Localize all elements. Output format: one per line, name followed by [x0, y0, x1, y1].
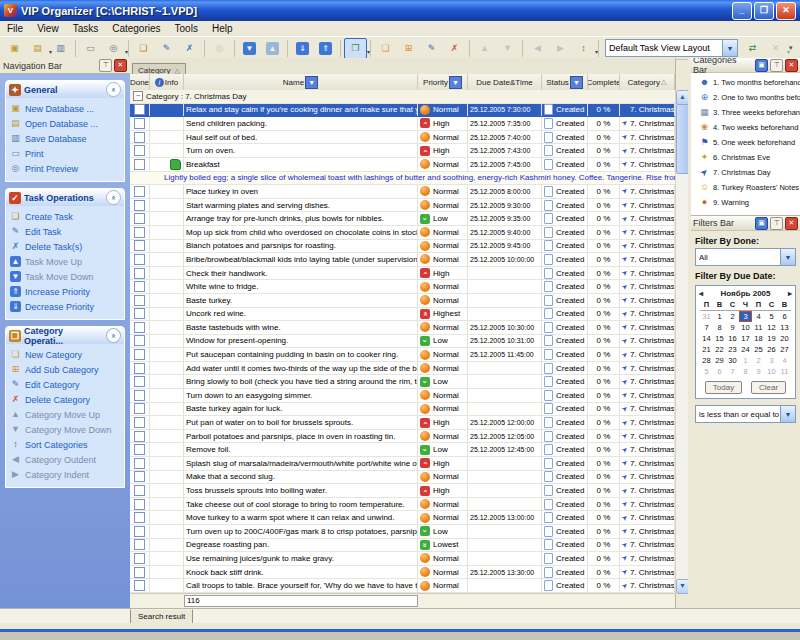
task-row[interactable]: Splash slug of marsala/madeira/vermouth/…	[130, 457, 675, 471]
done-checkbox[interactable]	[134, 431, 145, 442]
task-row[interactable]: Start warming plates and serving dishes.…	[130, 199, 675, 213]
done-checkbox[interactable]	[134, 471, 145, 482]
calendar-day[interactable]: 4	[778, 355, 791, 366]
calendar-day[interactable]: 5	[765, 311, 778, 322]
calendar-day[interactable]: 5	[700, 366, 713, 377]
close-icon[interactable]: ✕	[114, 59, 127, 72]
task-row[interactable]: Turn on oven.‹High25.12.2005 7:43:00Crea…	[130, 144, 675, 158]
vertical-scrollbar[interactable]: ▲ ▼	[675, 90, 689, 594]
calendar-day[interactable]: 14	[700, 333, 713, 344]
due-date-condition-select[interactable]: is less than or equal to ▼	[695, 405, 796, 423]
nav-item-new-category[interactable]: ❏New Category	[10, 347, 122, 362]
calendar-day[interactable]: 7	[726, 366, 739, 377]
increase-priority-button[interactable]: ⇑	[314, 38, 337, 59]
done-checkbox[interactable]	[134, 322, 145, 333]
nav-item-new-database-[interactable]: ▣New Database ...	[10, 101, 122, 116]
calendar-day[interactable]: 2	[752, 355, 765, 366]
done-checkbox[interactable]	[134, 227, 145, 238]
nav-item-increase-priority[interactable]: ⇑Increase Priority	[10, 284, 122, 299]
done-checkbox[interactable]	[134, 417, 145, 428]
task-row[interactable]: Degrease roasting pan.«LowestCreated0 %➤…	[130, 539, 675, 553]
menu-tasks[interactable]: Tasks	[66, 21, 106, 36]
calendar-day[interactable]: 10	[739, 322, 752, 333]
task-row[interactable]: Take cheese out of cool storage to bring…	[130, 498, 675, 512]
pin-icon[interactable]: ⊤	[770, 59, 783, 72]
calendar-day[interactable]: 29	[713, 355, 726, 366]
calendar-day[interactable]: 27	[778, 344, 791, 355]
add-sub-category-button[interactable]: ⊞	[397, 38, 420, 59]
done-checkbox[interactable]	[134, 186, 145, 197]
category-item-3-three-weeks-beforehand[interactable]: ▦3. Three weeks beforehand	[691, 105, 800, 120]
calendar-day[interactable]: 11	[778, 366, 791, 377]
task-row[interactable]: Baste turkey.NormalCreated0 %➤7. Christm…	[130, 294, 675, 308]
done-checkbox[interactable]	[134, 580, 145, 591]
task-row[interactable]: Place turkey in ovenNormal25.12.2005 8:0…	[130, 185, 675, 199]
pin-icon[interactable]: ⊤	[99, 59, 112, 72]
task-row[interactable]: Haul self out of bed.Normal25.12.2005 7:…	[130, 131, 675, 145]
task-row[interactable]: Bring slowly to boil (check you have tie…	[130, 375, 675, 389]
task-row[interactable]: Make that a second slug.NormalCreated0 %…	[130, 471, 675, 485]
task-row[interactable]: Blanch potatoes and parsnips for roastin…	[130, 240, 675, 254]
calendar-day[interactable]: 7	[700, 322, 713, 333]
done-checkbox[interactable]	[134, 295, 145, 306]
calendar-day[interactable]: 19	[765, 333, 778, 344]
menu-view[interactable]: View	[30, 21, 66, 36]
calendar-day[interactable]: 26	[765, 344, 778, 355]
nav-item-delete-category[interactable]: ✗Delete Category	[10, 392, 122, 407]
done-checkbox[interactable]	[134, 240, 145, 251]
done-checkbox[interactable]	[134, 145, 145, 156]
calendar-day[interactable]: 15	[713, 333, 726, 344]
calendar-day[interactable]: 31	[700, 311, 713, 322]
calendar-day-selected[interactable]: 3	[739, 311, 752, 322]
new-database-button[interactable]: ▣	[3, 38, 26, 59]
calendar-day[interactable]: 17	[739, 333, 752, 344]
category-view-button[interactable]: ❐▾	[344, 38, 367, 59]
today-button[interactable]: Today	[705, 381, 742, 394]
filter-dropdown-icon[interactable]: ▼	[449, 76, 462, 89]
edit-task-button[interactable]: ✎	[155, 38, 178, 59]
column-header-status[interactable]: Status▼	[542, 74, 588, 90]
collapse-group-icon[interactable]: −	[133, 91, 143, 101]
column-header-done[interactable]: Done	[130, 74, 150, 90]
task-row[interactable]: Move turkey to a warm spot where it can …	[130, 511, 675, 525]
done-checkbox[interactable]	[134, 349, 145, 360]
done-checkbox[interactable]	[134, 444, 145, 455]
category-item-4-two-weeks-beforehand[interactable]: ❀4. Two weeks beforehand	[691, 120, 800, 135]
edit-category-button[interactable]: ✎	[420, 38, 443, 59]
column-header-due-date-time[interactable]: Due Date&Time	[468, 74, 542, 90]
nav-item-print-preview[interactable]: ◎Print Preview	[10, 161, 122, 176]
done-checkbox[interactable]	[134, 553, 145, 564]
calendar-day[interactable]: 12	[765, 322, 778, 333]
filter-dropdown-icon[interactable]: ▼	[570, 76, 583, 89]
done-checkbox[interactable]	[134, 308, 145, 319]
column-header-category[interactable]: Category△	[620, 74, 675, 90]
category-item-1-two-months-beforehand[interactable]: ☻1. Two months beforehand	[691, 75, 800, 90]
menu-tools[interactable]: Tools	[168, 21, 205, 36]
calendar-day[interactable]: 2	[726, 311, 739, 322]
apply-view-layout-button[interactable]: ⇄	[741, 38, 764, 59]
calendar-day[interactable]: 22	[713, 344, 726, 355]
done-checkbox[interactable]	[134, 213, 145, 224]
task-row[interactable]: Baste tastebuds with wine.Normal25.12.20…	[130, 321, 675, 335]
calendar-day[interactable]: 20	[778, 333, 791, 344]
category-item-5-one-week-beforehand[interactable]: ⚑5. One week beforehand	[691, 135, 800, 150]
category-item-8-turkey-roasters-notes[interactable]: ☺8. Turkey Roasters' Notes	[691, 180, 800, 195]
done-checkbox[interactable]	[134, 104, 145, 115]
done-checkbox[interactable]	[134, 512, 145, 523]
done-checkbox[interactable]	[134, 268, 145, 279]
calendar-day[interactable]: 18	[752, 333, 765, 344]
done-checkbox[interactable]	[134, 335, 145, 346]
done-checkbox[interactable]	[134, 499, 145, 510]
calendar-day[interactable]: 25	[752, 344, 765, 355]
done-checkbox[interactable]	[134, 526, 145, 537]
task-row[interactable]: Uncork red wine.«HighestCreated0 %➤7. Ch…	[130, 308, 675, 322]
collapse-chevron-icon[interactable]: «	[106, 190, 121, 205]
calendar-day[interactable]: 16	[726, 333, 739, 344]
column-header-complete[interactable]: Complete	[588, 74, 620, 90]
column-header-name[interactable]: Name▼	[184, 74, 418, 90]
calendar-day[interactable]: 9	[752, 366, 765, 377]
done-checkbox[interactable]	[134, 159, 145, 170]
task-row[interactable]: Arrange tray for pre-lunch drinks, plus …	[130, 212, 675, 226]
task-row[interactable]: Turn oven up to 200C/400F/gas mark 8 to …	[130, 525, 675, 539]
pin-icon[interactable]: ⊤	[770, 217, 783, 230]
